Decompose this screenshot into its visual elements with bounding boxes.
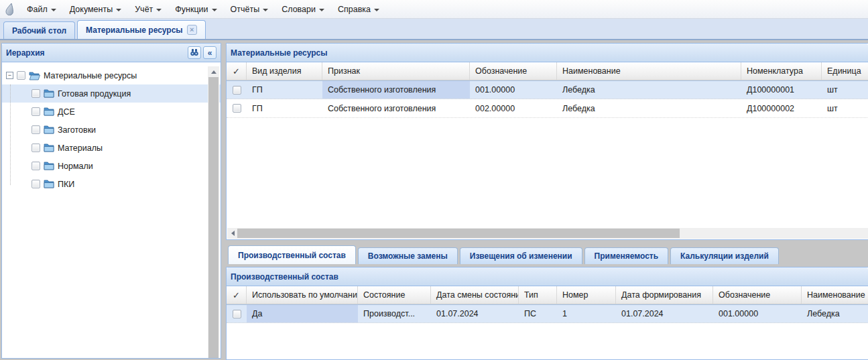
column-header-type[interactable]: Тип xyxy=(519,286,557,304)
production-structure-title: Производственный состав xyxy=(231,272,864,282)
select-all-column-header[interactable]: ✓ xyxy=(227,286,247,304)
scroll-left-icon[interactable] xyxy=(227,228,238,239)
tree-checkbox[interactable] xyxy=(32,180,40,188)
cell-vid-izdeliya[interactable]: ГП xyxy=(247,99,322,117)
tree-node-root[interactable]: − Материальные ресурсы xyxy=(2,66,221,84)
row-checkbox[interactable] xyxy=(233,104,241,113)
tab-desktop[interactable]: Рабочий стол xyxy=(3,21,75,39)
tree-node-dse[interactable]: ДСЕ xyxy=(2,103,221,121)
scroll-up-icon[interactable] xyxy=(208,66,219,77)
cell-number[interactable]: 1 xyxy=(557,305,616,322)
scrollbar-thumb[interactable] xyxy=(237,229,680,238)
close-tab-icon[interactable]: × xyxy=(187,25,197,35)
column-header-designation[interactable]: Обозначение xyxy=(713,286,802,304)
column-header-number[interactable]: Номер xyxy=(557,286,616,304)
tree-node-label: Готовая продукция xyxy=(58,89,131,99)
cell-oboznachenie[interactable]: 002.00000 xyxy=(470,99,557,117)
tree-checkbox[interactable] xyxy=(32,89,40,98)
column-header-use-default[interactable]: Использовать по умолчанию xyxy=(247,286,358,304)
folder-open-icon xyxy=(29,71,40,80)
menu-bar: Файл Документы Учёт Функции Отчёты Слова… xyxy=(0,0,868,19)
cell-nomenklatura[interactable]: Д100000001 xyxy=(741,81,822,99)
menu-file[interactable]: Файл xyxy=(20,0,63,18)
select-all-column-header[interactable]: ✓ xyxy=(227,62,247,80)
column-header-vid-izdeliya[interactable]: Вид изделия xyxy=(247,62,322,80)
tree-checkbox[interactable] xyxy=(32,107,40,116)
tree-node-normals[interactable]: Нормали xyxy=(2,157,221,175)
table-row[interactable]: ГП Собственного изготовления 002.00000 Л… xyxy=(227,99,868,118)
cell-state-change-date[interactable]: 01.07.2024 xyxy=(431,305,519,322)
tab-product-calculations[interactable]: Калькуляции изделий xyxy=(670,247,779,264)
cell-oboznachenie[interactable]: 001.00000 xyxy=(470,81,557,99)
hierarchy-panel-title: Иерархия xyxy=(6,48,186,58)
column-header-naimenovanie[interactable]: Наименование xyxy=(557,62,741,80)
column-header-state-change-date[interactable]: Дата смены состояния xyxy=(431,286,519,304)
column-header-state[interactable]: Состояние xyxy=(358,286,431,304)
tree-vertical-scrollbar[interactable] xyxy=(208,66,219,358)
production-structure-panel: Производственный состав ✓ Использовать п… xyxy=(226,267,868,360)
tree-node-pki[interactable]: ПКИ xyxy=(2,175,221,193)
table-row[interactable]: Да Производст... 01.07.2024 ПС 1 01.07.2… xyxy=(227,304,868,323)
tree-node-finished-goods[interactable]: Готовая продукция xyxy=(2,84,221,103)
cell-state[interactable]: Производст... xyxy=(358,305,431,322)
menu-accounting[interactable]: Учёт xyxy=(128,0,168,18)
folder-icon xyxy=(44,89,54,98)
cell-priznak-selected[interactable]: Собственного изготовления xyxy=(322,81,470,99)
tab-applicability[interactable]: Применяемость xyxy=(584,247,668,264)
tree-node-label: Нормали xyxy=(58,162,93,171)
column-header-name[interactable]: Наименование xyxy=(802,286,868,304)
cell-naimenovanie[interactable]: Лебедка xyxy=(557,99,741,117)
chevron-down-icon xyxy=(156,9,162,11)
tab-desktop-label: Рабочий стол xyxy=(12,26,66,36)
scrollbar-thumb[interactable] xyxy=(208,77,219,358)
tree-node-blanks[interactable]: Заготовки xyxy=(2,121,221,139)
resources-panel-header: Материальные ресурсы xyxy=(227,44,868,62)
folder-icon xyxy=(44,107,54,116)
table-row[interactable]: ГП Собственного изготовления 001.00000 Л… xyxy=(227,80,868,99)
cell-edinitsa[interactable]: шт xyxy=(822,99,868,117)
row-checkbox[interactable] xyxy=(233,86,241,95)
cell-vid-izdeliya[interactable]: ГП xyxy=(247,81,322,99)
cell-type[interactable]: ПС xyxy=(519,305,557,322)
row-checkbox-cell[interactable] xyxy=(227,99,247,117)
tab-label: Извещения об изменении xyxy=(470,251,572,261)
collapse-panel-icon[interactable]: « xyxy=(203,46,216,59)
menu-reports[interactable]: Отчёты xyxy=(224,0,275,18)
cell-use-default-selected[interactable]: Да xyxy=(247,305,358,322)
tab-material-resources[interactable]: Материальные ресурсы × xyxy=(77,20,206,39)
row-checkbox[interactable] xyxy=(233,310,241,318)
row-checkbox-cell[interactable] xyxy=(227,81,247,99)
cell-name[interactable]: Лебедка xyxy=(802,305,868,322)
tab-production-structure[interactable]: Производственный состав xyxy=(228,245,356,264)
column-header-edinitsa[interactable]: Единица xyxy=(822,62,868,80)
column-header-nomenklatura[interactable]: Номенклатура xyxy=(741,62,822,80)
cell-designation[interactable]: 001.00000 xyxy=(713,305,802,322)
folder-icon xyxy=(44,143,54,152)
resources-horizontal-scrollbar[interactable] xyxy=(227,228,868,239)
tree-node-label: Материалы xyxy=(58,143,103,153)
folder-icon xyxy=(44,162,54,170)
cell-edinitsa[interactable]: шт xyxy=(822,81,868,99)
cell-naimenovanie[interactable]: Лебедка xyxy=(557,81,741,99)
column-header-priznak[interactable]: Признак xyxy=(322,62,470,80)
cell-priznak[interactable]: Собственного изготовления xyxy=(322,99,470,117)
cell-nomenklatura[interactable]: Д100000002 xyxy=(741,99,822,117)
app-logo-icon xyxy=(0,3,20,15)
column-header-formation-date[interactable]: Дата формирования xyxy=(616,286,713,304)
tree-collapse-icon[interactable]: − xyxy=(6,72,13,79)
tab-change-notices[interactable]: Извещения об изменении xyxy=(460,247,582,264)
menu-dictionaries[interactable]: Словари xyxy=(275,0,331,18)
cell-formation-date[interactable]: 01.07.2024 xyxy=(616,305,713,322)
column-header-oboznachenie[interactable]: Обозначение xyxy=(470,62,557,80)
menu-functions[interactable]: Функции xyxy=(168,0,223,18)
find-icon[interactable] xyxy=(188,46,201,59)
tab-possible-replacements[interactable]: Возможные замены xyxy=(358,247,458,264)
tree-checkbox[interactable] xyxy=(32,143,40,152)
menu-documents[interactable]: Документы xyxy=(63,0,128,18)
tree-checkbox[interactable] xyxy=(32,162,40,170)
tree-checkbox[interactable] xyxy=(17,71,25,80)
tree-checkbox[interactable] xyxy=(32,125,40,134)
menu-help[interactable]: Справка xyxy=(331,0,386,18)
tree-node-materials[interactable]: Материалы xyxy=(2,139,221,157)
row-checkbox-cell[interactable] xyxy=(227,305,247,322)
